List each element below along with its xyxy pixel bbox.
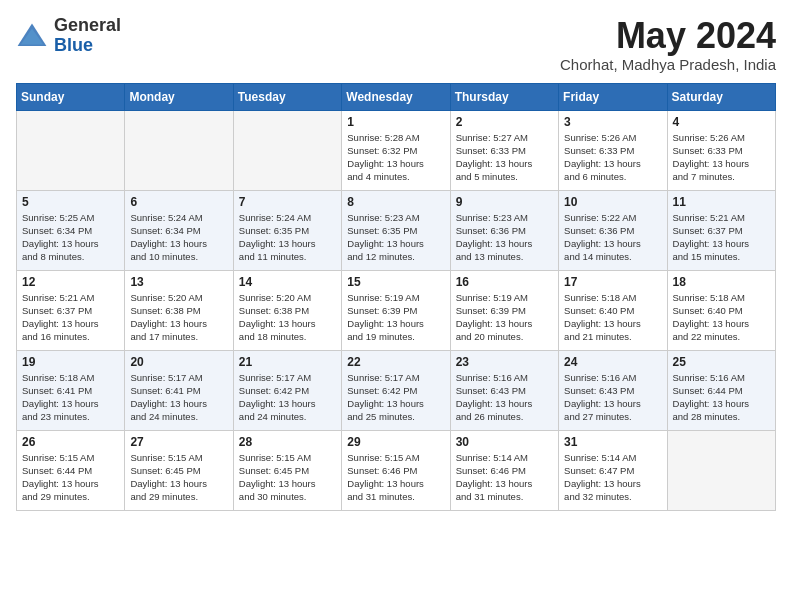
day-info: Sunrise: 5:26 AMSunset: 6:33 PMDaylight:…	[673, 131, 770, 184]
day-info: Sunrise: 5:15 AMSunset: 6:45 PMDaylight:…	[130, 451, 227, 504]
month-year: May 2024	[560, 16, 776, 56]
day-number: 29	[347, 435, 444, 449]
calendar-cell: 14Sunrise: 5:20 AMSunset: 6:38 PMDayligh…	[233, 270, 341, 350]
calendar-cell: 1Sunrise: 5:28 AMSunset: 6:32 PMDaylight…	[342, 110, 450, 190]
day-number: 22	[347, 355, 444, 369]
weekday-thursday: Thursday	[450, 83, 558, 110]
day-info: Sunrise: 5:24 AMSunset: 6:34 PMDaylight:…	[130, 211, 227, 264]
day-number: 18	[673, 275, 770, 289]
calendar-cell: 10Sunrise: 5:22 AMSunset: 6:36 PMDayligh…	[559, 190, 667, 270]
calendar-cell	[667, 430, 775, 510]
calendar-week-row: 5Sunrise: 5:25 AMSunset: 6:34 PMDaylight…	[17, 190, 776, 270]
logo: General Blue	[16, 16, 121, 56]
day-number: 28	[239, 435, 336, 449]
calendar-cell: 4Sunrise: 5:26 AMSunset: 6:33 PMDaylight…	[667, 110, 775, 190]
day-number: 20	[130, 355, 227, 369]
day-number: 30	[456, 435, 553, 449]
calendar-cell: 25Sunrise: 5:16 AMSunset: 6:44 PMDayligh…	[667, 350, 775, 430]
calendar-week-row: 26Sunrise: 5:15 AMSunset: 6:44 PMDayligh…	[17, 430, 776, 510]
calendar-cell: 18Sunrise: 5:18 AMSunset: 6:40 PMDayligh…	[667, 270, 775, 350]
day-number: 25	[673, 355, 770, 369]
title-block: May 2024 Chorhat, Madhya Pradesh, India	[560, 16, 776, 73]
calendar-cell: 2Sunrise: 5:27 AMSunset: 6:33 PMDaylight…	[450, 110, 558, 190]
day-number: 2	[456, 115, 553, 129]
location: Chorhat, Madhya Pradesh, India	[560, 56, 776, 73]
day-info: Sunrise: 5:28 AMSunset: 6:32 PMDaylight:…	[347, 131, 444, 184]
day-info: Sunrise: 5:19 AMSunset: 6:39 PMDaylight:…	[347, 291, 444, 344]
calendar-cell: 20Sunrise: 5:17 AMSunset: 6:41 PMDayligh…	[125, 350, 233, 430]
day-info: Sunrise: 5:23 AMSunset: 6:35 PMDaylight:…	[347, 211, 444, 264]
calendar-cell: 6Sunrise: 5:24 AMSunset: 6:34 PMDaylight…	[125, 190, 233, 270]
weekday-header-row: SundayMondayTuesdayWednesdayThursdayFrid…	[17, 83, 776, 110]
day-number: 17	[564, 275, 661, 289]
calendar-cell: 8Sunrise: 5:23 AMSunset: 6:35 PMDaylight…	[342, 190, 450, 270]
day-number: 27	[130, 435, 227, 449]
calendar-cell: 27Sunrise: 5:15 AMSunset: 6:45 PMDayligh…	[125, 430, 233, 510]
day-info: Sunrise: 5:14 AMSunset: 6:46 PMDaylight:…	[456, 451, 553, 504]
calendar-cell: 12Sunrise: 5:21 AMSunset: 6:37 PMDayligh…	[17, 270, 125, 350]
calendar-cell: 31Sunrise: 5:14 AMSunset: 6:47 PMDayligh…	[559, 430, 667, 510]
day-info: Sunrise: 5:24 AMSunset: 6:35 PMDaylight:…	[239, 211, 336, 264]
day-number: 21	[239, 355, 336, 369]
day-number: 8	[347, 195, 444, 209]
day-number: 12	[22, 275, 119, 289]
calendar-cell: 22Sunrise: 5:17 AMSunset: 6:42 PMDayligh…	[342, 350, 450, 430]
day-number: 19	[22, 355, 119, 369]
calendar-week-row: 19Sunrise: 5:18 AMSunset: 6:41 PMDayligh…	[17, 350, 776, 430]
day-number: 24	[564, 355, 661, 369]
calendar-cell: 17Sunrise: 5:18 AMSunset: 6:40 PMDayligh…	[559, 270, 667, 350]
calendar-table: SundayMondayTuesdayWednesdayThursdayFrid…	[16, 83, 776, 511]
day-number: 16	[456, 275, 553, 289]
day-number: 6	[130, 195, 227, 209]
calendar-cell: 15Sunrise: 5:19 AMSunset: 6:39 PMDayligh…	[342, 270, 450, 350]
day-info: Sunrise: 5:19 AMSunset: 6:39 PMDaylight:…	[456, 291, 553, 344]
day-info: Sunrise: 5:27 AMSunset: 6:33 PMDaylight:…	[456, 131, 553, 184]
day-number: 1	[347, 115, 444, 129]
calendar-week-row: 12Sunrise: 5:21 AMSunset: 6:37 PMDayligh…	[17, 270, 776, 350]
calendar-cell	[17, 110, 125, 190]
day-info: Sunrise: 5:15 AMSunset: 6:46 PMDaylight:…	[347, 451, 444, 504]
day-info: Sunrise: 5:21 AMSunset: 6:37 PMDaylight:…	[22, 291, 119, 344]
weekday-saturday: Saturday	[667, 83, 775, 110]
calendar-cell: 5Sunrise: 5:25 AMSunset: 6:34 PMDaylight…	[17, 190, 125, 270]
day-number: 4	[673, 115, 770, 129]
calendar-week-row: 1Sunrise: 5:28 AMSunset: 6:32 PMDaylight…	[17, 110, 776, 190]
day-info: Sunrise: 5:17 AMSunset: 6:41 PMDaylight:…	[130, 371, 227, 424]
weekday-monday: Monday	[125, 83, 233, 110]
day-info: Sunrise: 5:15 AMSunset: 6:45 PMDaylight:…	[239, 451, 336, 504]
calendar-cell: 16Sunrise: 5:19 AMSunset: 6:39 PMDayligh…	[450, 270, 558, 350]
calendar-cell: 24Sunrise: 5:16 AMSunset: 6:43 PMDayligh…	[559, 350, 667, 430]
day-info: Sunrise: 5:21 AMSunset: 6:37 PMDaylight:…	[673, 211, 770, 264]
day-info: Sunrise: 5:26 AMSunset: 6:33 PMDaylight:…	[564, 131, 661, 184]
day-number: 14	[239, 275, 336, 289]
day-info: Sunrise: 5:15 AMSunset: 6:44 PMDaylight:…	[22, 451, 119, 504]
calendar-cell: 3Sunrise: 5:26 AMSunset: 6:33 PMDaylight…	[559, 110, 667, 190]
calendar-cell: 26Sunrise: 5:15 AMSunset: 6:44 PMDayligh…	[17, 430, 125, 510]
calendar-cell: 13Sunrise: 5:20 AMSunset: 6:38 PMDayligh…	[125, 270, 233, 350]
weekday-wednesday: Wednesday	[342, 83, 450, 110]
day-info: Sunrise: 5:18 AMSunset: 6:40 PMDaylight:…	[673, 291, 770, 344]
calendar-cell: 30Sunrise: 5:14 AMSunset: 6:46 PMDayligh…	[450, 430, 558, 510]
day-info: Sunrise: 5:17 AMSunset: 6:42 PMDaylight:…	[239, 371, 336, 424]
day-number: 10	[564, 195, 661, 209]
weekday-tuesday: Tuesday	[233, 83, 341, 110]
calendar-cell	[233, 110, 341, 190]
calendar-cell: 23Sunrise: 5:16 AMSunset: 6:43 PMDayligh…	[450, 350, 558, 430]
day-number: 26	[22, 435, 119, 449]
day-number: 31	[564, 435, 661, 449]
day-info: Sunrise: 5:25 AMSunset: 6:34 PMDaylight:…	[22, 211, 119, 264]
calendar-cell: 28Sunrise: 5:15 AMSunset: 6:45 PMDayligh…	[233, 430, 341, 510]
logo-text: General Blue	[54, 16, 121, 56]
day-number: 9	[456, 195, 553, 209]
day-info: Sunrise: 5:14 AMSunset: 6:47 PMDaylight:…	[564, 451, 661, 504]
calendar-cell: 11Sunrise: 5:21 AMSunset: 6:37 PMDayligh…	[667, 190, 775, 270]
day-info: Sunrise: 5:23 AMSunset: 6:36 PMDaylight:…	[456, 211, 553, 264]
weekday-friday: Friday	[559, 83, 667, 110]
day-number: 11	[673, 195, 770, 209]
page-header: General Blue May 2024 Chorhat, Madhya Pr…	[16, 16, 776, 73]
day-info: Sunrise: 5:17 AMSunset: 6:42 PMDaylight:…	[347, 371, 444, 424]
day-info: Sunrise: 5:18 AMSunset: 6:41 PMDaylight:…	[22, 371, 119, 424]
day-info: Sunrise: 5:22 AMSunset: 6:36 PMDaylight:…	[564, 211, 661, 264]
day-number: 5	[22, 195, 119, 209]
day-info: Sunrise: 5:18 AMSunset: 6:40 PMDaylight:…	[564, 291, 661, 344]
